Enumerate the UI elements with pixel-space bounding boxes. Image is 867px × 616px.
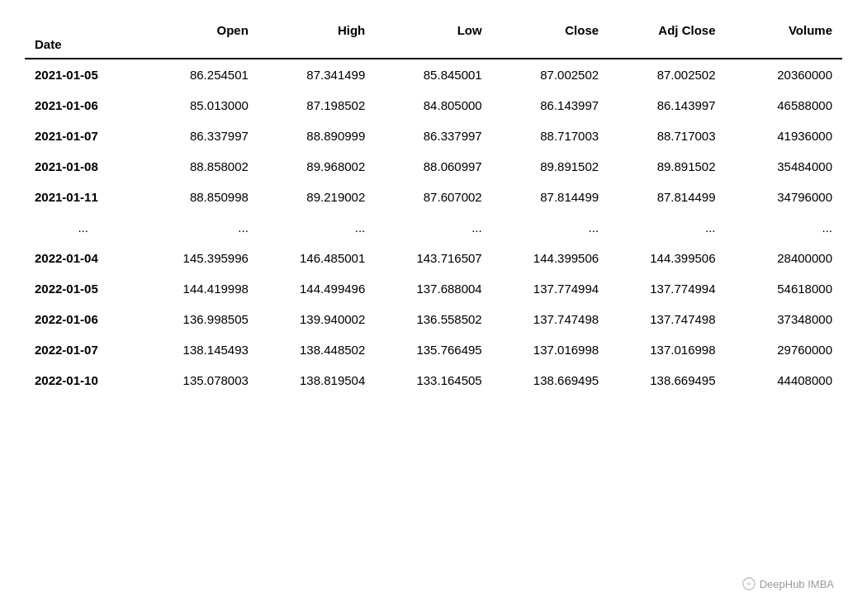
cell-low: 88.060997 xyxy=(375,151,491,182)
cell-high: 146.485001 xyxy=(258,243,375,273)
table-row: 2021-01-0888.85800289.96800288.06099789.… xyxy=(25,151,842,182)
cell-adjClose: 89.891502 xyxy=(609,151,725,182)
table-row: 2021-01-0786.33799788.89099986.33799788.… xyxy=(25,121,842,151)
date-sub-header: Date xyxy=(25,37,842,59)
cell-date: 2021-01-06 xyxy=(25,90,141,121)
cell-open: 85.013000 xyxy=(141,90,258,121)
cell-high: 139.940002 xyxy=(258,304,375,334)
cell-open: 135.078003 xyxy=(141,365,258,396)
cell-close: 137.747498 xyxy=(492,304,609,334)
cell-close: 144.399506 xyxy=(492,243,609,273)
table-row: 2021-01-0685.01300087.19850284.80500086.… xyxy=(25,90,842,121)
table-row: 2021-01-0586.25450187.34149985.84500187.… xyxy=(25,59,842,90)
cell-high: 88.890999 xyxy=(258,121,375,151)
cell-low: 135.766495 xyxy=(375,334,491,365)
cell-high: ... xyxy=(258,212,375,243)
watermark-text: DeepHub IMBA xyxy=(760,578,834,590)
cell-close: 86.143997 xyxy=(492,90,609,121)
open-column-header: Open xyxy=(141,17,258,37)
table-row: 2022-01-10135.078003138.819504133.164505… xyxy=(25,365,842,396)
cell-adjClose: 86.143997 xyxy=(609,90,725,121)
cell-date: 2022-01-05 xyxy=(25,273,141,304)
cell-volume: 37348000 xyxy=(726,304,842,334)
cell-high: 89.968002 xyxy=(258,151,375,182)
low-column-header: Low xyxy=(375,17,491,37)
cell-date: 2022-01-07 xyxy=(25,334,141,365)
cell-low: ... xyxy=(375,212,491,243)
cell-low: 86.337997 xyxy=(375,121,491,151)
cell-volume: ... xyxy=(726,212,842,243)
cell-volume: 54618000 xyxy=(726,273,842,304)
cell-open: 144.419998 xyxy=(141,273,258,304)
cell-low: 143.716507 xyxy=(375,243,491,273)
cell-date: 2021-01-08 xyxy=(25,151,141,182)
adj-close-column-header: Adj Close xyxy=(609,17,725,37)
cell-adjClose: ... xyxy=(609,212,725,243)
cell-high: 89.219002 xyxy=(258,182,375,212)
cell-adjClose: 88.717003 xyxy=(609,121,725,151)
cell-close: 87.814499 xyxy=(492,182,609,212)
cell-date: 2022-01-06 xyxy=(25,304,141,334)
high-column-header: High xyxy=(258,17,375,37)
cell-high: 87.198502 xyxy=(258,90,375,121)
cell-low: 84.805000 xyxy=(375,90,491,121)
cell-close: 87.002502 xyxy=(492,59,609,90)
cell-close: 88.717003 xyxy=(492,121,609,151)
cell-low: 137.688004 xyxy=(375,273,491,304)
table-row: 2022-01-06136.998505139.940002136.558502… xyxy=(25,304,842,334)
cell-open: ... xyxy=(141,212,258,243)
cell-high: 138.448502 xyxy=(258,334,375,365)
watermark-icon xyxy=(741,576,756,591)
cell-volume: 34796000 xyxy=(726,182,842,212)
cell-open: 88.850998 xyxy=(141,182,258,212)
cell-date: 2021-01-07 xyxy=(25,121,141,151)
cell-close: 138.669495 xyxy=(492,365,609,396)
date-column-header xyxy=(25,17,141,37)
cell-close: 89.891502 xyxy=(492,151,609,182)
cell-volume: 35484000 xyxy=(726,151,842,182)
cell-close: ... xyxy=(492,212,609,243)
cell-low: 87.607002 xyxy=(375,182,491,212)
cell-volume: 29760000 xyxy=(726,334,842,365)
cell-adjClose: 137.016998 xyxy=(609,334,725,365)
cell-close: 137.774994 xyxy=(492,273,609,304)
cell-low: 136.558502 xyxy=(375,304,491,334)
cell-adjClose: 137.774994 xyxy=(609,273,725,304)
cell-volume: 44408000 xyxy=(726,365,842,396)
cell-volume: 28400000 xyxy=(726,243,842,273)
data-table: Open High Low Close Adj Close Volume Dat… xyxy=(25,17,842,396)
table-row: 2022-01-05144.419998144.499496137.688004… xyxy=(25,273,842,304)
cell-adjClose: 144.399506 xyxy=(609,243,725,273)
cell-date: 2021-01-05 xyxy=(25,59,141,90)
cell-high: 138.819504 xyxy=(258,365,375,396)
cell-open: 145.395996 xyxy=(141,243,258,273)
cell-adjClose: 137.747498 xyxy=(609,304,725,334)
cell-volume: 20360000 xyxy=(726,59,842,90)
cell-close: 137.016998 xyxy=(492,334,609,365)
cell-adjClose: 87.002502 xyxy=(609,59,725,90)
table-row: 2021-01-1188.85099889.21900287.60700287.… xyxy=(25,182,842,212)
cell-adjClose: 138.669495 xyxy=(609,365,725,396)
column-headers: Open High Low Close Adj Close Volume xyxy=(25,17,842,37)
cell-high: 87.341499 xyxy=(258,59,375,90)
cell-volume: 46588000 xyxy=(726,90,842,121)
cell-open: 86.337997 xyxy=(141,121,258,151)
cell-low: 133.164505 xyxy=(375,365,491,396)
cell-date: 2022-01-04 xyxy=(25,243,141,273)
cell-adjClose: 87.814499 xyxy=(609,182,725,212)
cell-open: 138.145493 xyxy=(141,334,258,365)
cell-low: 85.845001 xyxy=(375,59,491,90)
cell-date: 2022-01-10 xyxy=(25,365,141,396)
watermark: DeepHub IMBA xyxy=(741,576,834,591)
cell-open: 88.858002 xyxy=(141,151,258,182)
table-row: 2022-01-04145.395996146.485001143.716507… xyxy=(25,243,842,273)
cell-open: 86.254501 xyxy=(141,59,258,90)
cell-date: ... xyxy=(25,212,141,243)
cell-open: 136.998505 xyxy=(141,304,258,334)
cell-high: 144.499496 xyxy=(258,273,375,304)
date-label: Date xyxy=(25,37,141,59)
volume-column-header: Volume xyxy=(726,17,842,37)
table-row: ..................... xyxy=(25,212,842,243)
close-column-header: Close xyxy=(492,17,609,37)
cell-date: 2021-01-11 xyxy=(25,182,141,212)
